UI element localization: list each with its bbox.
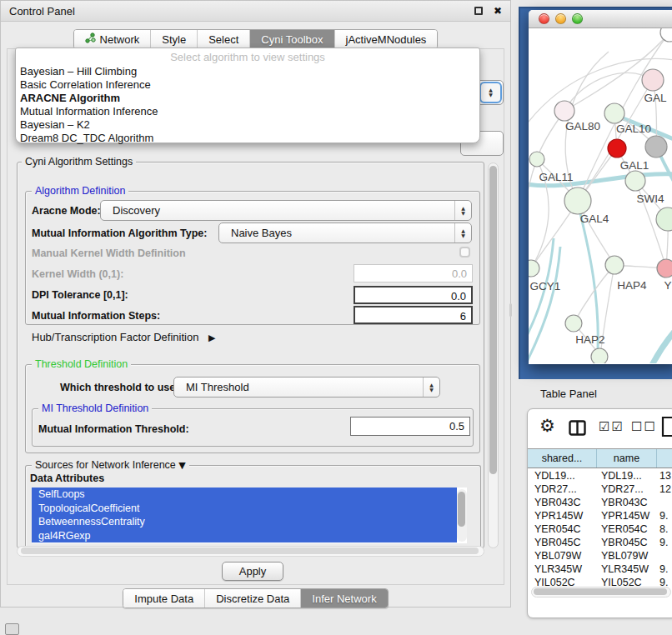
scrollbar-thumb[interactable] xyxy=(458,492,465,527)
table-cell[interactable] xyxy=(656,496,672,509)
network-node[interactable] xyxy=(645,136,667,158)
splitter-gripper[interactable] xyxy=(509,303,512,317)
table-cell[interactable]: 9. xyxy=(656,562,672,576)
network-edge[interactable] xyxy=(574,265,614,323)
table-cell[interactable]: YPR145W xyxy=(528,509,596,522)
aracne-mode-combobox[interactable]: Discovery ▲▼ xyxy=(100,200,472,221)
dpi-tolerance-field[interactable]: 0.0 xyxy=(354,286,473,304)
tab-impute-data[interactable]: Impute Data xyxy=(123,589,204,608)
table-cell[interactable] xyxy=(656,549,672,562)
network-node[interactable] xyxy=(591,348,608,363)
table-cell[interactable]: 9. xyxy=(656,509,672,522)
table-cell[interactable]: 8. xyxy=(656,522,672,536)
mi-steps-field[interactable]: 6 xyxy=(354,306,473,324)
network-node-hap2[interactable] xyxy=(565,315,582,332)
attribute-list-item[interactable]: SelfLoops xyxy=(32,488,457,502)
network-node-gcy1[interactable] xyxy=(529,260,539,277)
table-cell[interactable]: 12 xyxy=(656,482,672,496)
table-cell[interactable]: YDL19... xyxy=(596,469,656,482)
table-cell[interactable]: YDR27... xyxy=(596,482,656,496)
new-table-icon[interactable] xyxy=(661,416,672,441)
tab-discretize-data[interactable]: Discretize Data xyxy=(204,589,300,608)
table-horizontal-scrollbar[interactable] xyxy=(531,587,671,598)
table-cell[interactable]: 9. xyxy=(656,536,672,549)
table-cell[interactable]: 13 xyxy=(656,469,672,482)
table-column-header[interactable]: shared... xyxy=(528,449,596,468)
mac-close-icon[interactable] xyxy=(539,13,549,24)
table-cell[interactable]: YER054C xyxy=(528,522,596,536)
table-row[interactable]: YBR043CYBR043C xyxy=(528,496,672,509)
scrollbar-thumb[interactable] xyxy=(489,166,497,474)
sources-expander[interactable]: Sources for Network Inference ▼ xyxy=(32,459,189,471)
tab-select[interactable]: Select xyxy=(197,30,249,48)
network-node[interactable] xyxy=(656,208,672,231)
table-row[interactable]: YLR345WYLR345W9. xyxy=(528,562,672,576)
table-column-header[interactable] xyxy=(656,449,672,468)
table-cell[interactable]: YDL19... xyxy=(528,469,596,482)
network-node-swi4[interactable] xyxy=(625,171,645,191)
table-row[interactable]: YBL079WYBL079W xyxy=(528,549,672,562)
table-row[interactable]: YBR045CYBR045C9. xyxy=(528,536,672,549)
table-cell[interactable]: 9. xyxy=(656,576,672,587)
apply-button[interactable]: Apply xyxy=(222,562,283,581)
network-node-hap4[interactable] xyxy=(605,256,624,274)
attribute-list-item[interactable]: TopologicalCoefficient xyxy=(32,502,457,516)
network-node-gal[interactable] xyxy=(642,69,664,91)
table-row[interactable]: YDL19...YDL19...13 xyxy=(528,469,672,482)
network-graph[interactable]: GALGAL80GAL10GAL1GAL11SWI4GAL4HAP4YGCY1H… xyxy=(529,28,672,363)
network-node-gal4[interactable] xyxy=(564,188,591,214)
tab-jactivemnodules[interactable]: jActiveMNodules xyxy=(334,30,438,48)
mac-minimize-icon[interactable] xyxy=(555,13,566,24)
table-cell[interactable]: YBL079W xyxy=(596,549,656,562)
network-node-gal11[interactable] xyxy=(529,152,544,167)
network-node-gal1[interactable] xyxy=(608,139,626,158)
algorithm-option[interactable]: Bayesian – K2 xyxy=(16,118,479,132)
algorithm-option[interactable]: ARACNE Algorithm xyxy=(16,92,479,105)
table-cell[interactable]: YBR043C xyxy=(596,496,656,509)
dock-panel-icon[interactable] xyxy=(5,623,19,635)
close-icon[interactable]: ✖ xyxy=(494,7,502,15)
table-row[interactable]: YPR145WYPR145W9. xyxy=(528,509,672,522)
table-row[interactable]: YER054CYER054C8. xyxy=(528,522,672,536)
tab-style[interactable]: Style xyxy=(150,30,197,48)
network-edge[interactable] xyxy=(652,313,672,363)
network-node-gal10[interactable] xyxy=(604,103,624,123)
tab-network[interactable]: Network xyxy=(74,30,151,48)
mi-type-combobox[interactable]: Naive Bayes ▲▼ xyxy=(218,222,472,243)
check-all-icon[interactable]: ☑☑ xyxy=(599,419,624,434)
split-columns-icon[interactable] xyxy=(569,420,586,439)
attributes-list-scrollbar[interactable] xyxy=(457,489,467,542)
mi-threshold-field[interactable]: 0.5 xyxy=(350,417,470,436)
which-threshold-combobox[interactable]: MI Threshold ▲▼ xyxy=(173,377,440,398)
table-cell[interactable]: YIL052C xyxy=(596,576,656,587)
hub-definition-expander[interactable]: Hub/Transcription Factor Definition ▶ xyxy=(32,331,215,343)
tab-cyni-toolbox[interactable]: Cyni Toolbox xyxy=(249,30,333,48)
table-cell[interactable]: YIL052C xyxy=(528,576,596,587)
table-row[interactable]: YIL052CYIL052C9. xyxy=(528,576,672,587)
mac-zoom-icon[interactable] xyxy=(572,13,583,24)
algorithm-option[interactable]: Basic Correlation Inference xyxy=(16,78,479,92)
table-cell[interactable]: YBR045C xyxy=(528,536,596,549)
algorithm-option[interactable]: Bayesian – Hill Climbing xyxy=(16,65,479,78)
tab-infer-network[interactable]: Infer Network xyxy=(300,589,387,608)
scrollbar-thumb[interactable] xyxy=(21,548,479,554)
table-cell[interactable]: YPR145W xyxy=(596,509,656,522)
gear-icon[interactable]: ⚙ xyxy=(539,416,555,436)
table-cell[interactable]: YER054C xyxy=(596,522,656,536)
network-edge[interactable] xyxy=(529,159,537,228)
table-cell[interactable]: YDR27... xyxy=(528,482,596,496)
table-row[interactable]: YDR27...YDR27...12 xyxy=(528,482,672,496)
network-window[interactable]: GALGAL80GAL10GAL1GAL11SWI4GAL4HAP4YGCY1H… xyxy=(529,10,672,364)
attribute-list-item[interactable]: BetweennessCentrality xyxy=(32,515,457,529)
settings-horizontal-scrollbar[interactable] xyxy=(17,546,484,557)
table-column-header[interactable]: name xyxy=(596,449,656,468)
settings-vertical-scrollbar[interactable] xyxy=(488,162,499,548)
table-cell[interactable]: YLR345W xyxy=(528,562,596,576)
table-cell[interactable]: YBR043C xyxy=(528,496,596,509)
network-window-titlebar[interactable] xyxy=(529,10,672,28)
data-attributes-list[interactable]: SelfLoopsTopologicalCoefficientBetweenne… xyxy=(32,488,467,543)
network-node[interactable] xyxy=(660,28,672,42)
attribute-list-item[interactable]: gal4RGexp xyxy=(32,529,457,543)
table-cell[interactable]: YBL079W xyxy=(528,549,596,562)
table-cell[interactable]: YLR345W xyxy=(596,562,656,576)
